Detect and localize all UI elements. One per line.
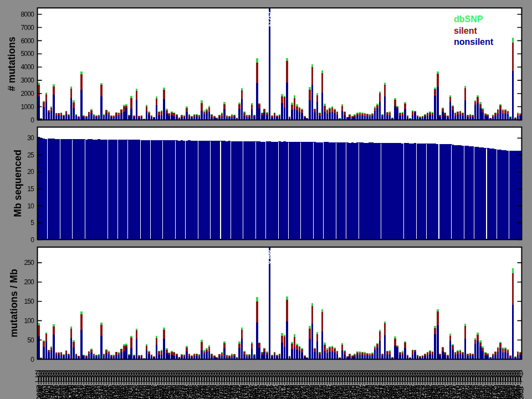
svg-text:15: 15	[27, 185, 34, 193]
svg-text:nonsilent: nonsilent	[454, 37, 494, 47]
svg-text:864.8: 864.8	[267, 250, 273, 264]
svg-text:2000: 2000	[21, 90, 35, 98]
svg-text:# mutations: # mutations	[6, 37, 17, 91]
svg-text:100: 100	[24, 317, 34, 325]
svg-text:150: 150	[24, 298, 34, 305]
svg-text:25219: 25219	[267, 11, 273, 27]
svg-text:25: 25	[27, 151, 34, 159]
svg-text:50: 50	[27, 336, 34, 344]
svg-text:4000: 4000	[21, 63, 35, 71]
svg-text:Mb sequenced: Mb sequenced	[12, 150, 23, 217]
svg-text:1000: 1000	[21, 103, 35, 111]
svg-text:CNCXW: CNCXW	[518, 387, 525, 399]
svg-text:6000: 6000	[21, 37, 35, 45]
svg-text:dbSNP: dbSNP	[454, 14, 483, 24]
svg-text:mutations / Mb: mutations / Mb	[8, 269, 19, 337]
svg-text:30: 30	[27, 134, 34, 142]
svg-text:silent: silent	[454, 26, 477, 35]
svg-text:200: 200	[24, 278, 34, 286]
svg-text:20: 20	[27, 168, 34, 176]
svg-text:5000: 5000	[21, 50, 35, 58]
svg-text:10: 10	[27, 202, 34, 210]
svg-text:250: 250	[24, 259, 34, 267]
svg-text:7000: 7000	[21, 24, 35, 32]
svg-text:8000: 8000	[21, 11, 35, 18]
svg-text:3000: 3000	[21, 76, 35, 84]
